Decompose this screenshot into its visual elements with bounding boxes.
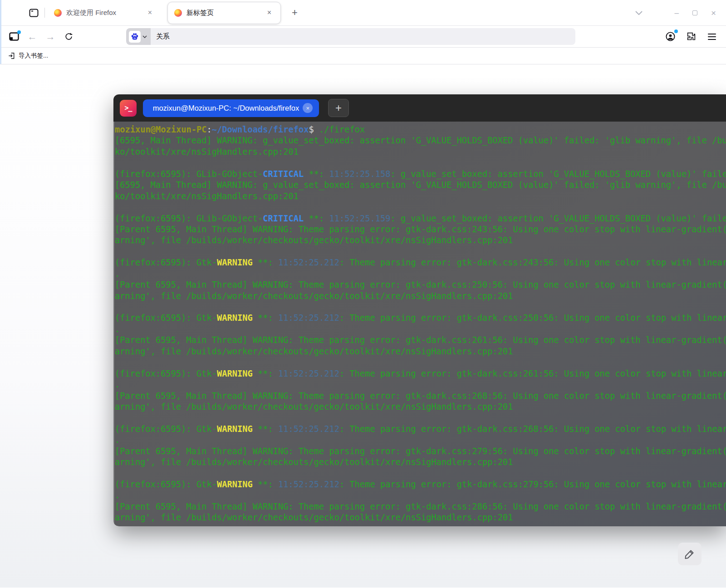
maximize-button[interactable]: [692, 10, 697, 15]
reload-button[interactable]: [61, 29, 76, 44]
menu-hamburger-button[interactable]: [704, 29, 720, 44]
bookmarks-toolbar: 导入书签...: [0, 48, 726, 64]
browser-tab-newtab[interactable]: 新标签页 ×: [167, 2, 281, 24]
navigation-toolbar: ← → du 关系: [0, 26, 726, 48]
terminal-line: [6595, Main Thread] WARNING: g_value_set…: [115, 135, 726, 146]
terminal-line: (firefox:6595): GLib-GObject-CRITICAL **…: [115, 213, 726, 224]
account-button[interactable]: [662, 29, 678, 44]
terminal-line: [Parent 6595, Main Thread] WARNING: Them…: [115, 224, 726, 235]
terminal-line: [Parent 6595, Main Thread] WARNING: Them…: [115, 335, 726, 346]
url-bar-text: 关系: [156, 32, 170, 41]
terminal-line: arning', file /builds/worker/checkouts/g…: [115, 402, 726, 412]
terminal-line: (firefox:6595): Gtk-WARNING **: 11:52:25…: [115, 479, 726, 490]
terminal-line: [115, 302, 726, 313]
firefox-view-icon: [29, 9, 39, 17]
terminal-line: [115, 468, 726, 479]
notification-dot: [674, 29, 678, 33]
baidu-icon: du: [129, 31, 141, 43]
pencil-icon: [684, 549, 695, 559]
engine-chevron-down-icon: [142, 35, 147, 38]
terminal-line: .: [115, 324, 726, 335]
terminal-line: (firefox:6595): Gtk-WARNING **: 11:52:25…: [115, 424, 726, 435]
close-window-button[interactable]: ×: [711, 9, 716, 17]
terminal-line: [115, 246, 726, 257]
new-tab-button[interactable]: +: [287, 7, 302, 19]
window-controls: – ×: [635, 0, 726, 26]
new-tab-page: >_ mozixun@Mozixun-PC: ~/Downloads/firef…: [0, 64, 726, 588]
terminal-line: (firefox:6595): Gtk-WARNING **: 11:52:25…: [115, 368, 726, 379]
terminal-tab-close-icon[interactable]: ×: [303, 103, 313, 113]
terminal-line: arning', file /builds/worker/checkouts/g…: [115, 235, 726, 246]
terminal-line: ko/toolkit/xre/nsSigHandlers.cpp:201: [115, 191, 726, 202]
customize-wallpaper-button[interactable]: [678, 543, 701, 565]
terminal-line: (firefox:6595): Gtk-WARNING **: 11:52:25…: [115, 257, 726, 268]
terminal-app-icon: >_: [120, 100, 137, 117]
extensions-puzzle-button[interactable]: [683, 29, 699, 44]
terminal-line: [Parent 6595, Main Thread] WARNING: Them…: [115, 279, 726, 290]
tab-strip: 欢迎使用 Firefox × 新标签页 × + – ×: [0, 0, 726, 26]
import-bookmarks-icon: [8, 52, 15, 59]
firefox-favicon: [174, 9, 182, 17]
terminal-window[interactable]: >_ mozixun@Mozixun-PC: ~/Downloads/firef…: [113, 94, 726, 526]
terminal-line: [115, 157, 726, 168]
terminal-line: mozixun@Mozixun-PC:~/Downloads/firefox$ …: [115, 124, 726, 135]
terminal-line: (firefox:6595): GLib-GObject-CRITICAL **…: [115, 169, 726, 180]
tab-title: 新标签页: [186, 9, 260, 17]
terminal-line: .: [115, 490, 726, 501]
terminal-titlebar[interactable]: >_ mozixun@Mozixun-PC: ~/Downloads/firef…: [113, 94, 726, 122]
terminal-line: [Parent 6595, Main Thread] WARNING: Them…: [115, 501, 726, 512]
back-button[interactable]: ←: [25, 29, 40, 44]
terminal-line: .: [115, 435, 726, 446]
forward-button[interactable]: →: [43, 29, 58, 44]
terminal-tab[interactable]: mozixun@Mozixun-PC: ~/Downloads/firefox …: [143, 99, 319, 117]
tab-close-icon[interactable]: ×: [145, 8, 155, 18]
terminal-line: .: [115, 269, 726, 279]
terminal-line: .: [115, 379, 726, 390]
search-engine-chip[interactable]: du: [126, 28, 151, 45]
terminal-line: ko/toolkit/xre/nsSigHandlers.cpp:201: [115, 147, 726, 157]
svg-text:du: du: [133, 37, 136, 39]
terminal-line: arning', file /builds/worker/checkouts/g…: [115, 291, 726, 302]
terminal-line: [115, 357, 726, 368]
toolbar-right-icons: [662, 29, 720, 44]
terminal-line: [Parent 6595, Main Thread] WARNING: Them…: [115, 446, 726, 457]
window-edge-accent: [0, 0, 1, 64]
sidebar-toggle-button[interactable]: [6, 29, 22, 44]
terminal-new-tab-button[interactable]: +: [328, 99, 349, 117]
terminal-line: arning', file /builds/worker/checkouts/g…: [115, 346, 726, 357]
terminal-output[interactable]: mozixun@Mozixun-PC:~/Downloads/firefox$ …: [113, 122, 726, 526]
minimize-button[interactable]: –: [674, 9, 678, 17]
firefox-view-button[interactable]: [25, 5, 42, 20]
tab-title: 欢迎使用 Firefox: [66, 9, 141, 17]
browser-tab-welcome[interactable]: 欢迎使用 Firefox ×: [48, 2, 161, 24]
terminal-line: [115, 412, 726, 423]
firefox-favicon: [54, 9, 62, 17]
terminal-line: (firefox:6595): Gtk-WARNING **: 11:52:25…: [115, 313, 726, 323]
terminal-line: arning', file /builds/worker/checkouts/g…: [115, 512, 726, 523]
tab-separator: [44, 8, 45, 18]
url-bar[interactable]: du 关系: [126, 28, 575, 45]
terminal-tab-title: mozixun@Mozixun-PC: ~/Downloads/firefox: [153, 104, 299, 113]
terminal-line: [6595, Main Thread] WARNING: g_value_set…: [115, 180, 726, 191]
tab-overflow-chevron-icon[interactable]: [635, 11, 643, 15]
terminal-line: [115, 202, 726, 213]
notification-dot: [17, 30, 21, 34]
terminal-line: arning', file /builds/worker/checkouts/g…: [115, 457, 726, 468]
terminal-line: [Parent 6595, Main Thread] WARNING: Them…: [115, 391, 726, 402]
import-bookmarks-button[interactable]: 导入书签...: [19, 52, 48, 60]
tab-close-icon[interactable]: ×: [265, 8, 274, 18]
